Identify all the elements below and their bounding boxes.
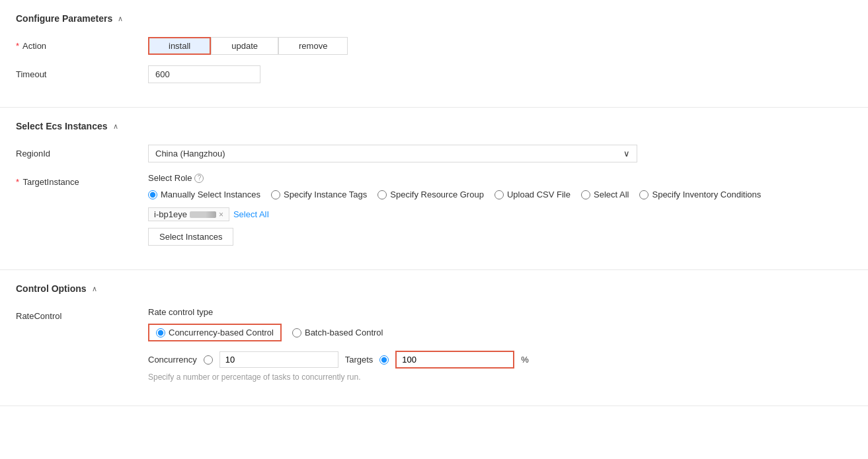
targets-input[interactable] <box>395 351 514 369</box>
instance-tag-item: i-bp1eye × <box>148 207 229 221</box>
targets-label: Targets <box>345 355 374 365</box>
radio-inventory-input[interactable] <box>639 190 649 199</box>
select-role-container: Select Role ? <box>148 173 852 183</box>
update-button[interactable]: update <box>211 37 278 55</box>
radio-tags[interactable]: Specify Instance Tags <box>271 190 367 199</box>
region-select-value: China (Hangzhou) <box>155 149 623 159</box>
radio-select-all[interactable]: Select All <box>581 190 629 199</box>
configure-header: Configure Parameters ∧ <box>16 13 852 24</box>
instance-tag-container: i-bp1eye × Select AlI <box>148 207 852 221</box>
action-content: install update remove <box>148 37 852 55</box>
radio-resource-label: Specify Resource Group <box>390 190 484 199</box>
tag-bar-visual <box>190 211 216 218</box>
instance-tag-text: i-bp1eye <box>154 209 187 219</box>
control-title: Control Options <box>16 283 87 294</box>
select-role-help-icon[interactable]: ? <box>194 174 204 183</box>
ecs-title: Select Ecs Instances <box>16 121 108 131</box>
rate-control-label: RateControl <box>16 307 148 321</box>
configure-parameters-section: Configure Parameters ∧ * Action install … <box>0 0 868 108</box>
rate-control-type-label: Rate control type <box>148 307 852 317</box>
radio-resource-input[interactable] <box>377 190 387 199</box>
radio-csv[interactable]: Upload CSV File <box>494 190 571 199</box>
rate-control-row: RateControl Rate control type Concurrenc… <box>16 307 852 382</box>
concurrency-radio-input[interactable] <box>156 328 165 337</box>
action-row: * Action install update remove <box>16 37 852 55</box>
rate-control-content: Rate control type Concurrency-based Cont… <box>148 307 852 382</box>
concurrency-radio-label: Concurrency-based Control <box>169 328 274 337</box>
batch-radio-label: Batch-based Control <box>305 328 383 337</box>
radio-resource[interactable]: Specify Resource Group <box>377 190 484 199</box>
control-chevron-icon: ∧ <box>92 285 97 293</box>
batch-radio-item[interactable]: Batch-based Control <box>292 328 383 337</box>
control-options-section: Control Options ∧ RateControl Rate contr… <box>0 270 868 406</box>
concurrency-type-radio[interactable] <box>204 355 213 365</box>
select-role-text: Select Role <box>148 173 192 183</box>
radio-manually-input[interactable] <box>148 190 157 199</box>
ecs-header: Select Ecs Instances ∧ <box>16 121 852 131</box>
target-radio-group: Manually Select Instances Specify Instan… <box>148 190 852 199</box>
concurrency-row: Concurrency Targets % <box>148 351 852 369</box>
action-buttons: install update remove <box>148 37 852 55</box>
radio-csv-label: Upload CSV File <box>507 190 571 199</box>
concurrency-label: Concurrency <box>148 355 197 365</box>
action-required-star: * <box>16 41 19 51</box>
control-header: Control Options ∧ <box>16 283 852 294</box>
target-instance-content: Select Role ? Manually Select Instances … <box>148 173 852 246</box>
region-label: RegionId <box>16 145 148 159</box>
timeout-content <box>148 65 852 83</box>
concurrency-radio-item[interactable]: Concurrency-based Control <box>148 324 282 341</box>
ecs-section: Select Ecs Instances ∧ RegionId China (H… <box>0 108 868 270</box>
radio-inventory[interactable]: Specify Inventory Conditions <box>639 190 761 199</box>
concurrency-input[interactable] <box>219 351 338 368</box>
radio-manually-label: Manually Select Instances <box>161 190 260 199</box>
hint-text: Specify a number or percentage of tasks … <box>148 372 852 382</box>
timeout-row: Timeout <box>16 65 852 83</box>
radio-select-all-label: Select All <box>594 190 629 199</box>
region-row: RegionId China (Hangzhou) ∨ <box>16 145 852 162</box>
percent-sign: % <box>521 355 529 365</box>
batch-radio-input[interactable] <box>292 328 301 337</box>
radio-tags-input[interactable] <box>271 190 280 199</box>
rate-control-radio-group: Concurrency-based Control Batch-based Co… <box>148 324 852 341</box>
configure-title: Configure Parameters <box>16 13 112 24</box>
timeout-input[interactable] <box>148 65 260 83</box>
timeout-label: Timeout <box>16 65 148 79</box>
region-select-dropdown[interactable]: China (Hangzhou) ∨ <box>148 145 637 162</box>
install-button[interactable]: install <box>148 37 211 55</box>
target-instance-label: * TargetInstance <box>16 173 148 187</box>
region-content: China (Hangzhou) ∨ <box>148 145 852 162</box>
configure-chevron-icon: ∧ <box>118 15 123 23</box>
radio-tags-label: Specify Instance Tags <box>284 190 367 199</box>
tag-close-icon[interactable]: × <box>219 210 223 219</box>
radio-csv-input[interactable] <box>494 190 504 199</box>
region-chevron-down-icon: ∨ <box>623 149 630 159</box>
page-container: Configure Parameters ∧ * Action install … <box>0 0 868 406</box>
radio-manually[interactable]: Manually Select Instances <box>148 190 260 199</box>
radio-select-all-input[interactable] <box>581 190 590 199</box>
ecs-chevron-icon: ∧ <box>113 122 118 131</box>
select-instances-button[interactable]: Select Instances <box>148 228 233 246</box>
targets-radio[interactable] <box>379 355 389 365</box>
remove-button[interactable]: remove <box>278 37 348 55</box>
target-required-star: * <box>16 177 19 187</box>
action-label: * Action <box>16 37 148 51</box>
target-instance-row: * TargetInstance Select Role ? Manually … <box>16 173 852 246</box>
select-all-link[interactable]: Select AlI <box>233 209 269 219</box>
radio-inventory-label: Specify Inventory Conditions <box>652 190 761 199</box>
